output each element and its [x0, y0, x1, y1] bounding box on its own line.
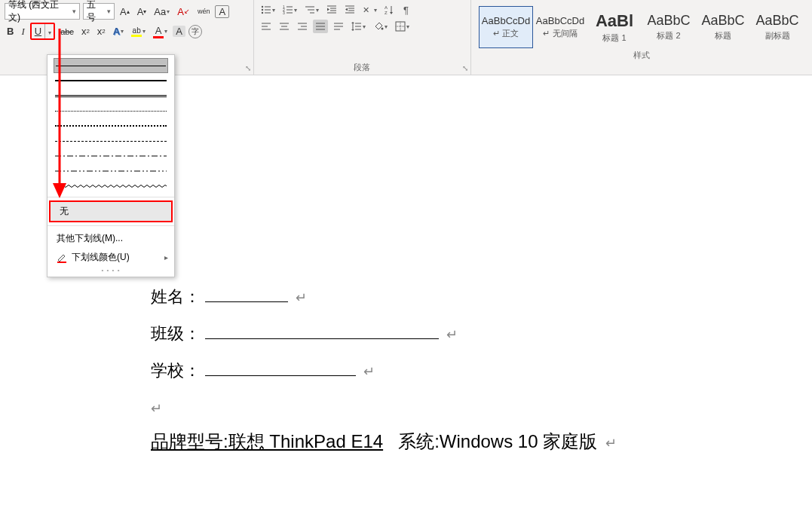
multilevel-list-button[interactable]: ▾ [302, 3, 321, 17]
paint-bucket-icon [373, 21, 384, 32]
font-dialog-launcher[interactable]: ⤡ [245, 64, 251, 72]
strikethrough-button[interactable]: abc [58, 26, 76, 38]
increase-font-button[interactable]: A▴ [118, 5, 132, 19]
doc-line-empty: ↵ [151, 390, 458, 427]
paragraph-mark-icon: ↵ [605, 436, 617, 451]
system-info: 系统:Windows 10 家庭版 [398, 431, 597, 451]
doc-line-class: 班级： ↵ [151, 316, 458, 353]
align-center-button[interactable] [277, 20, 292, 33]
italic-button[interactable]: I [19, 24, 26, 39]
underline-style-thick[interactable] [54, 73, 168, 88]
phonetic-guide-button[interactable]: wén [195, 6, 213, 17]
asian-layout-icon: ✕ [363, 5, 373, 15]
underline-field[interactable] [205, 323, 439, 339]
underline-style-dashed[interactable] [54, 133, 168, 148]
pilcrow-icon: ¶ [403, 5, 413, 15]
doc-line-school: 学校： ↵ [151, 353, 458, 390]
wave-icon [55, 184, 167, 188]
show-marks-button[interactable]: ¶ [400, 3, 415, 17]
underline-style-dotted-thick[interactable] [54, 118, 168, 133]
sort-icon: AZ [385, 5, 395, 15]
highlight-color-icon [131, 35, 142, 37]
chevron-right-icon: ▸ [164, 253, 168, 262]
subscript-button[interactable]: x2 [79, 24, 92, 38]
char-border-button[interactable]: A [215, 5, 229, 18]
underline-style-dash-dot-dot[interactable] [54, 164, 168, 179]
shading-button[interactable]: ▾ [371, 20, 390, 33]
underline-style-dash-dot[interactable] [54, 148, 168, 164]
underline-none-item[interactable]: 无 [49, 200, 173, 222]
svg-text:3: 3 [283, 11, 285, 15]
paragraph-mark-icon: ↵ [363, 364, 375, 379]
multilevel-icon [305, 5, 315, 15]
paragraph-dialog-launcher[interactable]: ⤡ [462, 64, 468, 72]
superscript-button[interactable]: x2 [95, 24, 108, 38]
bullets-icon [261, 5, 271, 15]
decrease-font-button[interactable]: A▾ [135, 5, 149, 19]
svg-text:Z: Z [385, 11, 388, 15]
distribute-button[interactable] [331, 20, 346, 33]
underline-style-dotted[interactable] [54, 103, 168, 118]
decrease-indent-button[interactable] [324, 3, 339, 17]
style-normal[interactable]: AaBbCcDd ↵ 正文 [479, 6, 533, 48]
sort-button[interactable]: AZ [382, 3, 397, 17]
font-color-button[interactable]: A ▾ [151, 23, 170, 40]
font-name-select[interactable]: 等线 (西文正文) ▾ [5, 3, 80, 20]
numbering-button[interactable]: 123 ▾ [280, 3, 299, 17]
align-right-button[interactable] [295, 20, 310, 33]
enclose-char-button[interactable]: 字 [188, 25, 202, 38]
chevron-down-icon: ▾ [48, 29, 51, 36]
underline-more-item[interactable]: 其他下划线(M)... [47, 229, 174, 248]
numbering-icon: 123 [283, 5, 293, 15]
paragraph-group-label: 段落 [259, 60, 466, 73]
document-body[interactable]: 姓名： ↵ 班级： ↵ 学校： ↵ ↵ [151, 279, 458, 427]
font-size-select[interactable]: 五号 ▾ [83, 3, 115, 20]
style-heading1[interactable]: AaBl 标题 1 [587, 6, 642, 48]
svg-text:A: A [385, 5, 388, 10]
underline-field[interactable] [205, 286, 288, 302]
underline-button[interactable]: U [32, 24, 44, 38]
highlight-button[interactable]: ab ▾ [129, 25, 148, 38]
paragraph-mark-icon: ↵ [296, 290, 307, 305]
align-justify-button[interactable] [313, 20, 328, 33]
style-heading2[interactable]: AaBbC 标题 2 [642, 6, 696, 48]
borders-button[interactable]: ▾ [393, 20, 412, 33]
style-nospacing[interactable]: AaBbCcDd ↵ 无间隔 [533, 6, 587, 48]
dash-dot-dot-icon [55, 170, 167, 173]
bold-button[interactable]: B [5, 24, 16, 38]
line-spacing-button[interactable]: ▾ [349, 20, 368, 33]
svg-text:✕: ✕ [363, 5, 369, 14]
underline-style-single[interactable] [54, 58, 168, 73]
change-case-button[interactable]: Aa▾ [152, 5, 172, 19]
align-left-button[interactable] [259, 20, 274, 33]
paragraph-group: ▾ 123 ▾ ▾ ✕ ▾ [254, 0, 471, 75]
styles-gallery[interactable]: AaBbCcDd ↵ 正文 AaBbCcDd ↵ 无间隔 AaBl 标题 1 A… [476, 3, 807, 48]
pen-color-icon [57, 252, 67, 263]
svg-marker-50 [351, 22, 354, 23]
clear-format-button[interactable]: A↙ [175, 5, 192, 19]
menu-drag-handle[interactable]: • • • • [47, 267, 174, 274]
svg-marker-51 [351, 29, 354, 31]
underline-color-item[interactable]: 下划线颜色(U) ▸ [47, 248, 174, 267]
style-subtitle[interactable]: AaBbC 副标题 [750, 6, 804, 48]
underline-field[interactable] [205, 359, 356, 376]
dash-dot-icon [55, 154, 167, 158]
underline-style-double[interactable] [54, 88, 168, 103]
style-title[interactable]: AaBbC 标题 [696, 6, 750, 48]
line-spacing-icon [351, 21, 362, 32]
svg-marker-24 [345, 8, 348, 11]
bullets-button[interactable]: ▾ [259, 3, 277, 17]
increase-indent-button[interactable] [342, 3, 357, 17]
text-effects-button[interactable]: A▾ [111, 24, 126, 38]
font-size-value: 五号 [87, 0, 104, 24]
align-left-icon [261, 21, 271, 32]
underline-dropdown-button[interactable]: ▾ [44, 24, 54, 38]
outdent-icon [326, 5, 337, 15]
underline-style-wave[interactable] [54, 179, 168, 194]
menu-separator [47, 197, 174, 197]
doc-info-line: 品牌型号:联想 ThinkPad E14 系统:Windows 10 家庭版 ↵ [151, 430, 617, 454]
asian-layout-button[interactable]: ✕ ▾ [360, 3, 379, 17]
char-shading-button[interactable]: A [173, 26, 185, 37]
font-name-value: 等线 (西文正文) [8, 0, 69, 24]
underline-split-button[interactable]: U ▾ [30, 23, 55, 40]
